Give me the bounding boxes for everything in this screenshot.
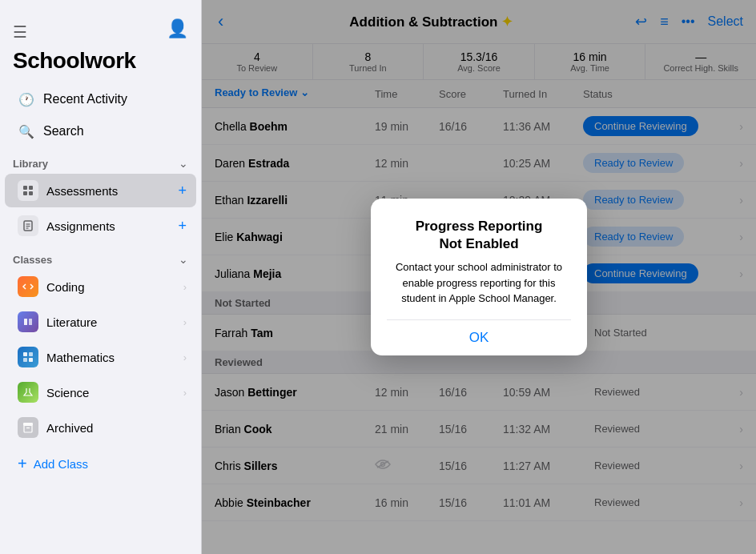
assessments-add-icon[interactable]: + (178, 183, 187, 199)
clock-icon: 🕐 (18, 90, 35, 108)
svg-rect-14 (23, 423, 33, 426)
modal-ok-button[interactable]: OK (387, 320, 571, 355)
add-class-button[interactable]: + Add Class (5, 448, 196, 480)
classes-section-header[interactable]: Classes ⌄ (0, 243, 201, 269)
library-section-header[interactable]: Library ⌄ (0, 147, 201, 173)
sidebar-item-coding[interactable]: Coding › (5, 270, 196, 303)
svg-rect-11 (29, 352, 33, 356)
svg-rect-1 (29, 186, 33, 190)
sidebar: ☰ 👤 Schoolwork 🕐 Recent Activity 🔍 Searc… (0, 0, 202, 554)
main-content: ‹ Addition & Subtraction ✦ ↩ ≡ ••• Selec… (202, 0, 756, 554)
science-chevron-icon: › (183, 387, 187, 399)
science-icon (18, 382, 38, 403)
sidebar-item-search[interactable]: 🔍 Search (5, 116, 196, 147)
svg-rect-2 (23, 191, 27, 195)
sidebar-header: ☰ 👤 (0, 0, 201, 48)
coding-icon (18, 276, 38, 297)
library-title: Library (13, 158, 48, 170)
svg-rect-12 (23, 358, 27, 362)
mathematics-label: Mathematics (46, 351, 175, 364)
library-chevron-icon: ⌄ (179, 157, 188, 170)
modal-title: Progress ReportingNot Enabled (416, 218, 543, 253)
sidebar-item-literature[interactable]: Literature › (5, 305, 196, 339)
archived-icon (18, 417, 38, 438)
coding-chevron-icon: › (183, 281, 187, 293)
svg-rect-9 (29, 319, 32, 325)
modal-body: Contact your school administrator to ena… (387, 259, 571, 307)
modal-overlay[interactable]: Progress ReportingNot Enabled Contact yo… (202, 0, 756, 554)
sidebar-item-assessments[interactable]: Assessments + (5, 174, 196, 207)
assignments-label: Assignments (46, 219, 170, 233)
sidebar-nav-label-recent: Recent Activity (43, 92, 127, 106)
coding-label: Coding (46, 280, 175, 294)
science-label: Science (46, 386, 175, 399)
archived-label: Archived (46, 421, 187, 435)
mathematics-chevron-icon: › (183, 351, 187, 363)
svg-rect-13 (29, 358, 33, 362)
svg-rect-8 (24, 319, 27, 325)
classes-chevron-icon: ⌄ (179, 253, 188, 266)
literature-label: Literature (46, 315, 175, 329)
sidebar-item-science[interactable]: Science › (5, 375, 196, 409)
sidebar-item-assignments[interactable]: Assignments + (5, 209, 196, 243)
svg-rect-10 (23, 352, 27, 356)
assignments-icon (18, 215, 38, 236)
assignments-add-icon[interactable]: + (178, 218, 187, 235)
search-icon: 🔍 (18, 122, 35, 140)
literature-chevron-icon: › (183, 316, 187, 328)
assessments-label: Assessments (46, 184, 170, 198)
sidebar-profile-icon[interactable]: 👤 (167, 18, 188, 39)
literature-icon (18, 311, 38, 332)
sidebar-item-recent-activity[interactable]: 🕐 Recent Activity (5, 84, 196, 114)
modal-dialog: Progress ReportingNot Enabled Contact yo… (371, 199, 587, 355)
add-class-label: Add Class (34, 457, 88, 471)
sidebar-nav-label-search: Search (43, 124, 84, 138)
sidebar-item-archived[interactable]: Archived (5, 411, 196, 444)
sidebar-menu-icon[interactable]: ☰ (13, 22, 27, 42)
assessments-icon (18, 180, 38, 201)
svg-rect-3 (29, 191, 33, 195)
add-class-plus-icon: + (18, 455, 27, 473)
sidebar-item-mathematics[interactable]: Mathematics › (5, 340, 196, 374)
classes-title: Classes (13, 254, 52, 266)
mathematics-icon (18, 347, 38, 367)
svg-rect-0 (23, 186, 27, 190)
assessments-actions: + (178, 183, 187, 199)
sidebar-title: Schoolwork (13, 48, 188, 74)
assignments-actions: + (178, 218, 187, 235)
